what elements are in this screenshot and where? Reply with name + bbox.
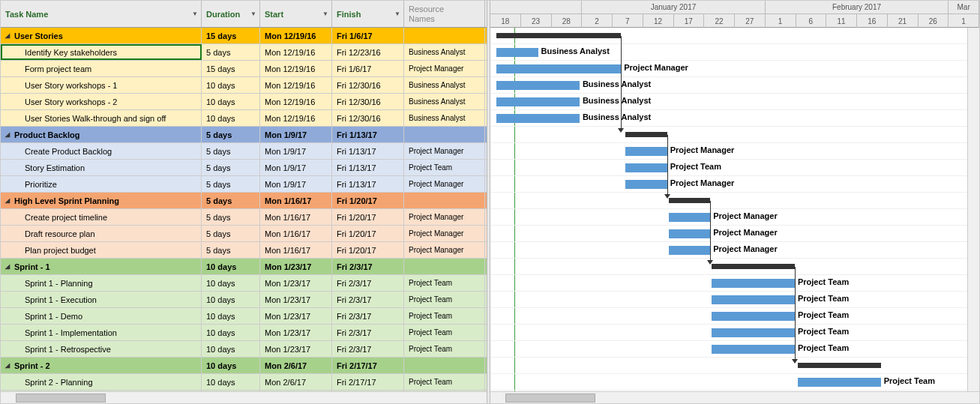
collapse-icon[interactable]: ◢ [5,131,13,138]
gantt-row[interactable]: Business Analyst [490,94,979,110]
cell-start[interactable]: Mon 1/23/17 [260,275,332,291]
cell-task-name[interactable]: ◢High Level Sprint Planning [1,193,202,208]
gantt-row[interactable] [490,127,979,143]
cell-start[interactable]: Mon 1/9/17 [260,176,332,192]
task-bar[interactable] [496,97,580,106]
cell-task-name[interactable]: ◢User Stories [1,28,202,43]
cell-finish[interactable]: Fri 1/13/17 [332,160,404,175]
cell-finish[interactable]: Fri 2/3/17 [332,292,404,307]
cell-task-name[interactable]: Prioritize [1,176,202,192]
cell-start[interactable]: Mon 12/19/16 [260,28,332,43]
cell-task-name[interactable]: User Stories Walk-through and sign off [1,110,202,126]
task-row[interactable]: Create project timeline5 daysMon 1/16/17… [1,209,487,226]
cell-start[interactable]: Mon 1/23/17 [260,341,332,357]
task-row[interactable]: Sprint 1 - Execution10 daysMon 1/23/17Fr… [1,292,487,308]
cell-start[interactable]: Mon 12/19/16 [260,44,332,60]
col-header-resource[interactable]: ResourceNames [404,1,485,27]
cell-resource[interactable]: Project Manager [404,143,485,159]
task-row[interactable]: Prioritize5 daysMon 1/9/17Fri 1/13/17Pro… [1,176,487,193]
cell-start[interactable]: Mon 1/9/17 [260,160,332,175]
cell-resource[interactable]: Project Team [404,160,485,175]
task-row[interactable]: Sprint 1 - Retrospective10 daysMon 1/23/… [1,341,487,358]
col-header-finish[interactable]: Finish▼ [332,1,404,27]
cell-finish[interactable]: Fri 2/3/17 [332,325,404,340]
task-bar[interactable] [669,246,710,255]
task-bar[interactable] [712,312,795,321]
cell-task-name[interactable]: Form project team [1,61,202,76]
cell-start[interactable]: Mon 1/16/17 [260,209,332,225]
cell-resource[interactable]: Project Manager [404,242,485,258]
cell-start[interactable]: Mon 12/19/16 [260,94,332,109]
gantt-row[interactable]: Project Team [490,275,979,292]
gantt-row[interactable]: Project Manager [490,61,979,77]
task-row[interactable]: ◢Product Backlog5 daysMon 1/9/17Fri 1/13… [1,127,487,143]
cell-task-name[interactable]: ◢Sprint - 1 [1,259,202,274]
task-row[interactable]: Sprint 2 - Planning10 daysMon 2/6/17Fri … [1,374,487,391]
task-row[interactable]: Sprint 1 - Implementation10 daysMon 1/23… [1,325,487,341]
cell-finish[interactable]: Fri 1/20/17 [332,242,404,258]
summary-bar[interactable] [798,363,881,368]
task-row[interactable]: Sprint 1 - Planning10 daysMon 1/23/17Fri… [1,275,487,292]
cell-start[interactable]: Mon 1/16/17 [260,242,332,258]
cell-resource[interactable]: Project Team [404,325,485,340]
cell-duration[interactable]: 5 days [202,226,260,241]
task-row[interactable]: Story Estimation5 daysMon 1/9/17Fri 1/13… [1,160,487,176]
scrollbar-thumb[interactable] [16,394,106,403]
cell-resource[interactable] [404,358,485,373]
task-row[interactable]: Sprint 1 - Demo10 daysMon 1/23/17Fri 2/3… [1,308,487,325]
gantt-row[interactable]: Project Manager [490,242,979,259]
task-row[interactable]: User Stories Walk-through and sign off10… [1,110,487,127]
gantt-row[interactable] [490,193,979,209]
task-row[interactable]: User Story workshops - 110 daysMon 12/19… [1,77,487,94]
cell-resource[interactable] [404,28,485,43]
cell-duration[interactable]: 10 days [202,374,260,390]
gantt-row[interactable] [490,259,979,275]
cell-duration[interactable]: 10 days [202,325,260,340]
cell-resource[interactable]: Business Analyst [404,94,485,109]
cell-start[interactable]: Mon 2/6/17 [260,374,332,390]
cell-resource[interactable]: Project Team [404,292,485,307]
gantt-row[interactable]: Project Team [490,160,979,176]
col-header-duration[interactable]: Duration▼ [202,1,260,27]
cell-task-name[interactable]: Sprint 1 - Execution [1,292,202,307]
task-bar[interactable] [712,345,795,354]
cell-start[interactable]: Mon 12/19/16 [260,61,332,76]
cell-start[interactable]: Mon 2/6/17 [260,358,332,373]
cell-task-name[interactable]: Sprint 2 - Planning [1,374,202,390]
cell-resource[interactable] [404,259,485,274]
cell-finish[interactable]: Fri 12/23/16 [332,44,404,60]
cell-task-name[interactable]: Sprint 1 - Demo [1,308,202,324]
cell-duration[interactable]: 10 days [202,77,260,93]
cell-finish[interactable]: Fri 1/20/17 [332,209,404,225]
task-bar[interactable] [712,279,795,288]
dropdown-icon[interactable]: ▼ [192,10,198,17]
task-bar[interactable] [669,229,710,238]
summary-bar[interactable] [712,264,795,269]
cell-duration[interactable]: 15 days [202,28,260,43]
cell-start[interactable]: Mon 1/23/17 [260,292,332,307]
task-bar[interactable] [496,48,538,57]
cell-task-name[interactable]: Identify Key stakeholders [1,44,202,60]
gantt-row[interactable]: Project Manager [490,143,979,160]
cell-start[interactable]: Mon 1/9/17 [260,127,332,142]
cell-task-name[interactable]: Sprint 1 - Planning [1,275,202,291]
cell-finish[interactable]: Fri 1/20/17 [332,226,404,241]
cell-finish[interactable]: Fri 12/30/16 [332,94,404,109]
task-row[interactable]: ◢User Stories15 daysMon 12/19/16Fri 1/6/… [1,28,487,44]
task-bar[interactable] [712,295,795,304]
gantt-vscroll[interactable] [967,28,979,391]
gantt-row[interactable]: Project Team [490,308,979,325]
cell-task-name[interactable]: Plan project budget [1,242,202,258]
gantt-row[interactable]: Project Team [490,325,979,341]
cell-duration[interactable]: 10 days [202,94,260,109]
cell-resource[interactable] [404,127,485,142]
cell-finish[interactable]: Fri 2/3/17 [332,259,404,274]
cell-duration[interactable]: 10 days [202,110,260,126]
task-bar[interactable] [496,81,580,90]
summary-bar[interactable] [496,33,621,38]
cell-resource[interactable]: Business Analyst [404,77,485,93]
cell-finish[interactable]: Fri 2/17/17 [332,358,404,373]
cell-duration[interactable]: 10 days [202,292,260,307]
cell-task-name[interactable]: ◢Sprint - 2 [1,358,202,373]
gantt-hscroll[interactable] [490,391,979,403]
